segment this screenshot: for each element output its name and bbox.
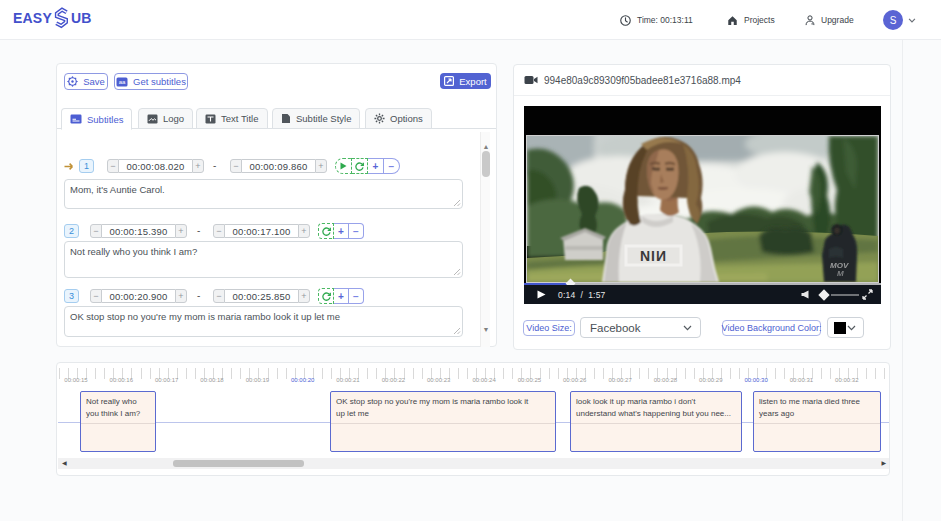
svg-text:M: M [837,269,844,278]
svg-text:NIИ: NIИ [640,248,667,264]
svg-text:aa: aa [119,79,126,85]
